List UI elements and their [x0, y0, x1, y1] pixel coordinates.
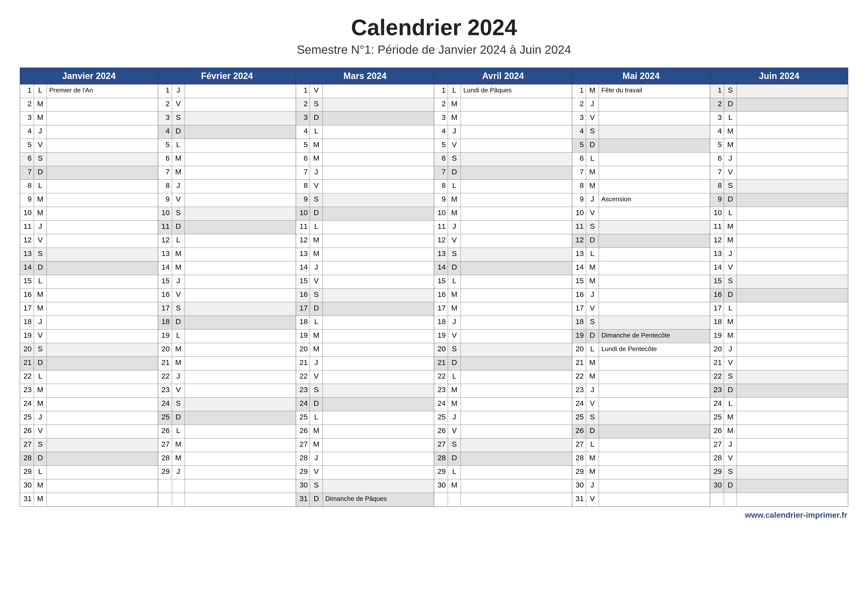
day-number: 27	[20, 439, 34, 452]
day-event	[461, 330, 572, 343]
day-event	[599, 139, 710, 152]
day-event	[599, 357, 710, 370]
day-number: 18	[572, 316, 586, 329]
day-weekday: V	[310, 371, 323, 384]
day-row: 3D	[296, 112, 434, 125]
day-weekday: D	[586, 234, 599, 248]
day-row: 7V	[710, 166, 848, 180]
day-row: 6S	[434, 152, 572, 166]
day-event	[323, 166, 434, 180]
day-weekday: V	[34, 425, 47, 438]
day-number: 24	[296, 398, 310, 411]
day-row: 22M	[572, 371, 710, 384]
day-number: 23	[158, 384, 172, 397]
day-row: 1LPremier de l'An	[20, 84, 158, 98]
day-weekday: J	[586, 193, 599, 207]
day-row: 14V	[710, 262, 848, 275]
day-event	[461, 98, 572, 112]
day-weekday: M	[724, 425, 737, 438]
day-event	[47, 234, 158, 248]
day-number: 21	[572, 357, 586, 370]
month-column: Mai 20241MFête du travail2J3V4S5D6L7M8M9…	[572, 68, 710, 507]
day-weekday: D	[724, 384, 737, 397]
day-weekday: J	[310, 262, 323, 275]
day-event	[47, 493, 158, 507]
day-event	[599, 411, 710, 425]
day-number: 23	[434, 384, 448, 397]
day-row: 4J	[20, 125, 158, 139]
day-weekday: J	[724, 152, 737, 166]
day-weekday: J	[172, 466, 185, 479]
day-event	[47, 193, 158, 207]
day-event	[185, 316, 296, 329]
day-event	[47, 152, 158, 166]
day-weekday: D	[34, 262, 47, 275]
day-weekday: L	[586, 343, 599, 357]
day-event	[737, 166, 848, 180]
day-row: 9V	[158, 193, 296, 207]
day-row: 12M	[296, 234, 434, 248]
day-number: 14	[710, 262, 724, 275]
day-event	[47, 371, 158, 384]
day-row: 11S	[572, 220, 710, 234]
day-event	[737, 398, 848, 411]
day-event	[461, 466, 572, 479]
day-event	[737, 125, 848, 139]
day-number: 13	[20, 248, 34, 261]
day-row: 26M	[296, 425, 434, 439]
day-row: 30J	[572, 479, 710, 493]
day-row: 25D	[158, 411, 296, 425]
day-row: 13L	[572, 248, 710, 262]
day-number: 7	[20, 166, 34, 180]
day-weekday: S	[448, 343, 461, 357]
day-weekday: L	[172, 139, 185, 152]
day-weekday: M	[724, 411, 737, 425]
day-number: 28	[158, 452, 172, 465]
day-weekday: M	[34, 193, 47, 207]
day-event	[461, 125, 572, 139]
day-event	[461, 139, 572, 152]
day-event	[47, 479, 158, 493]
day-number: 6	[434, 152, 448, 166]
day-event	[461, 166, 572, 180]
day-event	[185, 479, 296, 493]
day-weekday: V	[586, 302, 599, 316]
day-weekday: M	[34, 493, 47, 507]
day-number: 13	[710, 248, 724, 261]
day-number: 2	[710, 98, 724, 112]
day-event	[461, 193, 572, 207]
day-weekday: L	[448, 275, 461, 288]
day-event	[47, 289, 158, 302]
day-weekday: J	[724, 248, 737, 261]
day-row: 27L	[572, 439, 710, 452]
day-event	[185, 248, 296, 261]
day-weekday: L	[724, 207, 737, 220]
day-row: 1J	[158, 84, 296, 98]
day-weekday: S	[448, 439, 461, 452]
day-weekday: S	[448, 152, 461, 166]
day-row: 8L	[434, 180, 572, 193]
day-weekday	[448, 493, 461, 507]
day-weekday: M	[586, 262, 599, 275]
day-number: 6	[158, 152, 172, 166]
day-weekday: M	[310, 139, 323, 152]
day-event	[323, 193, 434, 207]
month-column: Mars 20241V2S3D4L5M6M7J8V9S10D11L12M13M1…	[296, 68, 434, 507]
day-weekday: D	[586, 425, 599, 438]
day-weekday: M	[448, 398, 461, 411]
day-number	[158, 479, 172, 493]
day-row: 4D	[158, 125, 296, 139]
day-weekday: M	[586, 452, 599, 465]
day-number: 3	[434, 112, 448, 125]
day-event	[737, 479, 848, 493]
day-row: 7D	[434, 166, 572, 180]
day-weekday: J	[586, 98, 599, 112]
day-number: 1	[296, 84, 310, 98]
day-event	[599, 112, 710, 125]
day-row: 17S	[158, 302, 296, 316]
day-weekday: L	[34, 466, 47, 479]
day-row: 19M	[296, 330, 434, 343]
day-number: 19	[296, 330, 310, 343]
day-weekday: M	[448, 302, 461, 316]
day-row: 8M	[572, 180, 710, 193]
